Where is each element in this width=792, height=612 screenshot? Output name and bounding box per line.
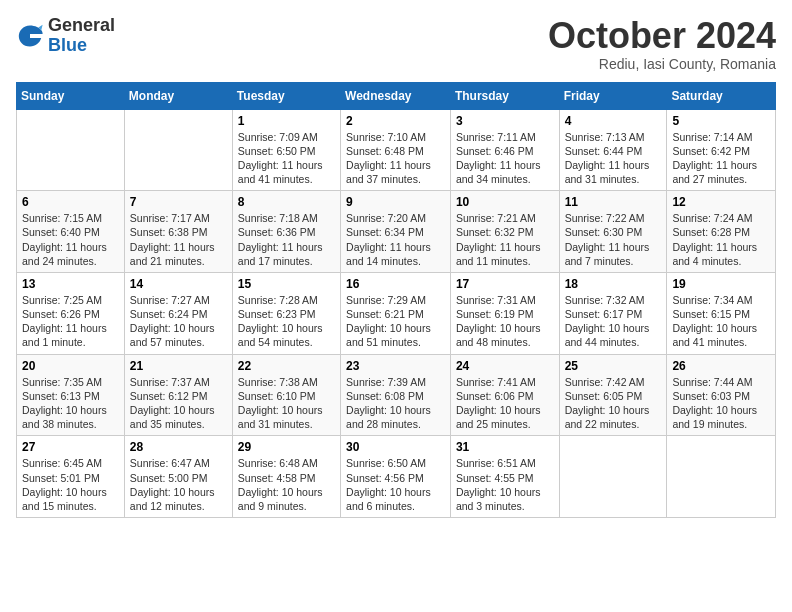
calendar-cell: 26Sunrise: 7:44 AMSunset: 6:03 PMDayligh… [667,354,776,436]
cell-content: Sunrise: 7:39 AMSunset: 6:08 PMDaylight:… [346,375,445,432]
day-number: 14 [130,277,227,291]
cell-content: Sunrise: 7:20 AMSunset: 6:34 PMDaylight:… [346,211,445,268]
calendar-cell [17,109,125,191]
day-number: 4 [565,114,662,128]
cell-content: Sunrise: 6:48 AMSunset: 4:58 PMDaylight:… [238,456,335,513]
calendar-cell: 20Sunrise: 7:35 AMSunset: 6:13 PMDayligh… [17,354,125,436]
day-number: 24 [456,359,554,373]
day-number: 17 [456,277,554,291]
day-number: 9 [346,195,445,209]
calendar-week-3: 13Sunrise: 7:25 AMSunset: 6:26 PMDayligh… [17,272,776,354]
day-number: 8 [238,195,335,209]
logo-text: General Blue [48,16,115,56]
day-number: 21 [130,359,227,373]
calendar-week-5: 27Sunrise: 6:45 AMSunset: 5:01 PMDayligh… [17,436,776,518]
cell-content: Sunrise: 7:29 AMSunset: 6:21 PMDaylight:… [346,293,445,350]
day-number: 29 [238,440,335,454]
calendar-cell: 2Sunrise: 7:10 AMSunset: 6:48 PMDaylight… [341,109,451,191]
cell-content: Sunrise: 7:35 AMSunset: 6:13 PMDaylight:… [22,375,119,432]
day-number: 6 [22,195,119,209]
day-number: 15 [238,277,335,291]
calendar-cell: 24Sunrise: 7:41 AMSunset: 6:06 PMDayligh… [450,354,559,436]
cell-content: Sunrise: 7:13 AMSunset: 6:44 PMDaylight:… [565,130,662,187]
calendar-cell: 31Sunrise: 6:51 AMSunset: 4:55 PMDayligh… [450,436,559,518]
day-number: 23 [346,359,445,373]
day-number: 22 [238,359,335,373]
calendar-cell: 5Sunrise: 7:14 AMSunset: 6:42 PMDaylight… [667,109,776,191]
cell-content: Sunrise: 6:50 AMSunset: 4:56 PMDaylight:… [346,456,445,513]
calendar-week-1: 1Sunrise: 7:09 AMSunset: 6:50 PMDaylight… [17,109,776,191]
cell-content: Sunrise: 7:10 AMSunset: 6:48 PMDaylight:… [346,130,445,187]
calendar-cell [559,436,667,518]
cell-content: Sunrise: 7:22 AMSunset: 6:30 PMDaylight:… [565,211,662,268]
location: Rediu, Iasi County, Romania [548,56,776,72]
day-number: 18 [565,277,662,291]
cell-content: Sunrise: 7:32 AMSunset: 6:17 PMDaylight:… [565,293,662,350]
logo-blue: Blue [48,36,115,56]
cell-content: Sunrise: 7:11 AMSunset: 6:46 PMDaylight:… [456,130,554,187]
calendar-cell: 1Sunrise: 7:09 AMSunset: 6:50 PMDaylight… [232,109,340,191]
day-number: 3 [456,114,554,128]
day-number: 2 [346,114,445,128]
calendar-cell: 15Sunrise: 7:28 AMSunset: 6:23 PMDayligh… [232,272,340,354]
calendar-cell: 29Sunrise: 6:48 AMSunset: 4:58 PMDayligh… [232,436,340,518]
day-header-thursday: Thursday [450,82,559,109]
calendar-cell: 7Sunrise: 7:17 AMSunset: 6:38 PMDaylight… [124,191,232,273]
month-title: October 2024 [548,16,776,56]
calendar-week-2: 6Sunrise: 7:15 AMSunset: 6:40 PMDaylight… [17,191,776,273]
calendar-cell [667,436,776,518]
day-number: 19 [672,277,770,291]
day-number: 11 [565,195,662,209]
calendar-cell: 3Sunrise: 7:11 AMSunset: 6:46 PMDaylight… [450,109,559,191]
cell-content: Sunrise: 7:31 AMSunset: 6:19 PMDaylight:… [456,293,554,350]
logo-general: General [48,16,115,36]
calendar-cell: 4Sunrise: 7:13 AMSunset: 6:44 PMDaylight… [559,109,667,191]
day-header-monday: Monday [124,82,232,109]
cell-content: Sunrise: 7:14 AMSunset: 6:42 PMDaylight:… [672,130,770,187]
logo-icon [16,22,44,50]
calendar-cell: 27Sunrise: 6:45 AMSunset: 5:01 PMDayligh… [17,436,125,518]
calendar-cell: 18Sunrise: 7:32 AMSunset: 6:17 PMDayligh… [559,272,667,354]
cell-content: Sunrise: 7:25 AMSunset: 6:26 PMDaylight:… [22,293,119,350]
calendar-cell: 21Sunrise: 7:37 AMSunset: 6:12 PMDayligh… [124,354,232,436]
day-number: 13 [22,277,119,291]
day-number: 26 [672,359,770,373]
cell-content: Sunrise: 7:17 AMSunset: 6:38 PMDaylight:… [130,211,227,268]
calendar-cell: 17Sunrise: 7:31 AMSunset: 6:19 PMDayligh… [450,272,559,354]
day-number: 27 [22,440,119,454]
calendar-header-row: SundayMondayTuesdayWednesdayThursdayFrid… [17,82,776,109]
cell-content: Sunrise: 7:37 AMSunset: 6:12 PMDaylight:… [130,375,227,432]
calendar-cell: 19Sunrise: 7:34 AMSunset: 6:15 PMDayligh… [667,272,776,354]
cell-content: Sunrise: 6:47 AMSunset: 5:00 PMDaylight:… [130,456,227,513]
calendar-cell: 10Sunrise: 7:21 AMSunset: 6:32 PMDayligh… [450,191,559,273]
day-number: 12 [672,195,770,209]
calendar-cell: 30Sunrise: 6:50 AMSunset: 4:56 PMDayligh… [341,436,451,518]
day-number: 31 [456,440,554,454]
calendar-table: SundayMondayTuesdayWednesdayThursdayFrid… [16,82,776,518]
cell-content: Sunrise: 7:27 AMSunset: 6:24 PMDaylight:… [130,293,227,350]
day-header-wednesday: Wednesday [341,82,451,109]
day-header-sunday: Sunday [17,82,125,109]
cell-content: Sunrise: 7:15 AMSunset: 6:40 PMDaylight:… [22,211,119,268]
cell-content: Sunrise: 6:51 AMSunset: 4:55 PMDaylight:… [456,456,554,513]
cell-content: Sunrise: 7:28 AMSunset: 6:23 PMDaylight:… [238,293,335,350]
cell-content: Sunrise: 7:24 AMSunset: 6:28 PMDaylight:… [672,211,770,268]
calendar-cell: 14Sunrise: 7:27 AMSunset: 6:24 PMDayligh… [124,272,232,354]
calendar-week-4: 20Sunrise: 7:35 AMSunset: 6:13 PMDayligh… [17,354,776,436]
day-header-tuesday: Tuesday [232,82,340,109]
cell-content: Sunrise: 7:41 AMSunset: 6:06 PMDaylight:… [456,375,554,432]
day-number: 20 [22,359,119,373]
day-header-friday: Friday [559,82,667,109]
calendar-cell: 11Sunrise: 7:22 AMSunset: 6:30 PMDayligh… [559,191,667,273]
day-number: 5 [672,114,770,128]
cell-content: Sunrise: 7:21 AMSunset: 6:32 PMDaylight:… [456,211,554,268]
calendar-cell: 8Sunrise: 7:18 AMSunset: 6:36 PMDaylight… [232,191,340,273]
calendar-cell: 13Sunrise: 7:25 AMSunset: 6:26 PMDayligh… [17,272,125,354]
calendar-cell: 25Sunrise: 7:42 AMSunset: 6:05 PMDayligh… [559,354,667,436]
day-header-saturday: Saturday [667,82,776,109]
page-header: General Blue October 2024 Rediu, Iasi Co… [16,16,776,72]
day-number: 10 [456,195,554,209]
day-number: 7 [130,195,227,209]
cell-content: Sunrise: 7:34 AMSunset: 6:15 PMDaylight:… [672,293,770,350]
calendar-cell: 16Sunrise: 7:29 AMSunset: 6:21 PMDayligh… [341,272,451,354]
